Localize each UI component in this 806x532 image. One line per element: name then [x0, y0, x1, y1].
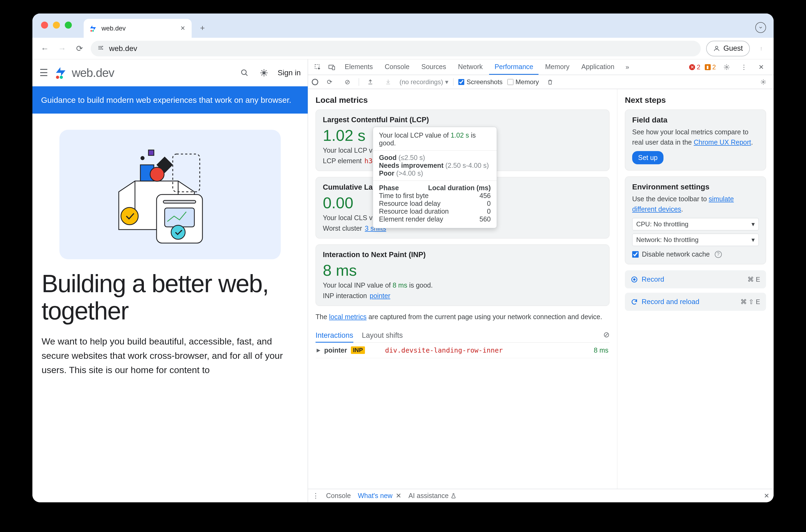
svg-point-3: [101, 47, 102, 48]
clear-icon[interactable]: ⊘: [341, 78, 354, 86]
interaction-time: 8 ms: [594, 346, 608, 354]
page-viewport[interactable]: ☰ web.dev Sign in Guidance: [32, 59, 308, 502]
interactions-tabs: Interactions Layout shifts ⊘: [316, 329, 610, 343]
devtools-tabs: Elements Console Sources Network Perform…: [308, 59, 774, 75]
drawer-tab-console[interactable]: Console: [326, 492, 351, 500]
search-icon[interactable]: [239, 67, 250, 79]
disable-cache-checkbox[interactable]: Disable network cache ?: [632, 250, 759, 258]
svg-point-2: [102, 46, 103, 47]
tab-overflow-button[interactable]: [755, 22, 766, 33]
setup-button[interactable]: Set up: [632, 151, 663, 164]
tab-layout-shifts[interactable]: Layout shifts: [362, 329, 403, 343]
record-action[interactable]: Record ⌘ E: [625, 270, 766, 288]
tab-application[interactable]: Application: [576, 59, 620, 75]
svg-point-9: [262, 71, 266, 75]
lcp-tooltip: Your local LCP value of 1.02 s is good. …: [373, 127, 497, 228]
reload-record-icon[interactable]: ⟳: [323, 78, 336, 86]
field-data-heading: Field data: [632, 116, 759, 125]
recording-select[interactable]: (no recordings) ▾: [399, 78, 448, 86]
close-tab-icon[interactable]: ✕: [180, 25, 185, 32]
download-icon[interactable]: [382, 79, 395, 85]
toolbar-settings-icon[interactable]: [757, 79, 770, 85]
tab-elements[interactable]: Elements: [339, 59, 378, 75]
error-badge[interactable]: ✕2: [689, 63, 700, 71]
tab-sources[interactable]: Sources: [416, 59, 452, 75]
inp-interaction-link[interactable]: pointer: [370, 292, 390, 300]
hero-illustration: [59, 130, 281, 259]
drawer-close-whats-new-icon[interactable]: ✕: [396, 492, 401, 500]
settings-icon[interactable]: [720, 64, 733, 71]
inspect-icon[interactable]: [311, 59, 324, 75]
svg-point-27: [633, 278, 636, 281]
drawer-menu-icon[interactable]: ⋮: [312, 492, 319, 500]
theme-icon[interactable]: [258, 67, 270, 79]
browser-menu-icon[interactable]: ⋮: [755, 43, 767, 55]
site-settings-icon[interactable]: <との>: [98, 44, 104, 53]
signin-link[interactable]: Sign in: [278, 69, 301, 77]
env-settings-card: Environment settings Use the device tool…: [625, 176, 766, 264]
clear-interactions-icon[interactable]: ⊘: [603, 330, 610, 339]
tab-console[interactable]: Console: [379, 59, 415, 75]
device-toolbar-icon[interactable]: [325, 59, 338, 75]
svg-point-14: [171, 225, 185, 239]
crux-link[interactable]: Chrome UX Report: [694, 138, 751, 146]
interaction-node[interactable]: div.devsite-landing-row-inner: [385, 346, 503, 354]
browser-window: web.dev ✕ + ← → ⟳ <との> web.dev Guest ⋮ ☰: [32, 14, 774, 502]
lcp-element-label: LCP element: [323, 157, 362, 165]
devtools-menu-icon[interactable]: ⋮: [737, 63, 750, 71]
record-label: Record: [642, 275, 664, 284]
tab-strip: web.dev ✕ +: [32, 14, 774, 38]
interaction-row[interactable]: ▶ pointer INP div.devsite-landing-row-in…: [316, 343, 610, 358]
record-reload-action[interactable]: Record and reload ⌘ ⇧ E: [625, 293, 766, 311]
close-drawer-icon[interactable]: ✕: [764, 492, 769, 500]
screenshots-checkbox[interactable]: Screenshots: [458, 78, 502, 86]
drawer-tab-ai[interactable]: AI assistance: [408, 492, 456, 500]
svg-rect-23: [332, 66, 335, 70]
close-devtools-icon[interactable]: ✕: [755, 63, 768, 71]
network-select[interactable]: Network: No throttling▾: [632, 234, 759, 246]
tab-network[interactable]: Network: [453, 59, 488, 75]
upload-icon[interactable]: [364, 79, 377, 85]
svg-point-5: [716, 46, 718, 49]
more-tabs-icon[interactable]: »: [621, 59, 634, 75]
reload-button[interactable]: ⟳: [73, 43, 85, 55]
record-icon[interactable]: [312, 79, 318, 85]
metrics-note-link[interactable]: local metrics: [329, 313, 367, 321]
reload-shortcut: ⌘ ⇧ E: [741, 298, 760, 306]
url-text: web.dev: [109, 44, 137, 53]
hero-section: Building a better web, together We want …: [32, 270, 308, 388]
new-tab-button[interactable]: +: [194, 20, 210, 36]
tab-title: web.dev: [101, 24, 126, 32]
local-metrics-title: Local metrics: [316, 95, 610, 105]
omnibox[interactable]: <との> web.dev: [91, 41, 701, 56]
svg-point-4: [102, 49, 103, 50]
brand[interactable]: web.dev: [53, 65, 114, 80]
inp-card: Interaction to Next Paint (INP) 8 ms You…: [316, 244, 610, 306]
gc-icon[interactable]: [544, 79, 557, 85]
forward-button[interactable]: →: [56, 43, 68, 55]
page-title: Building a better web, together: [41, 270, 299, 325]
profile-chip[interactable]: Guest: [706, 41, 750, 56]
menu-icon[interactable]: ☰: [39, 67, 48, 78]
reload-label: Record and reload: [642, 298, 699, 306]
help-icon[interactable]: ?: [715, 251, 722, 258]
memory-checkbox[interactable]: Memory: [507, 78, 539, 86]
field-data-card: Field data See how your local metrics co…: [625, 110, 766, 171]
field-data-body: See how your local metrics compare to re…: [632, 127, 759, 147]
warning-badge[interactable]: ▮2: [705, 63, 716, 71]
browser-tab[interactable]: web.dev ✕: [84, 19, 192, 38]
close-window[interactable]: [41, 22, 48, 28]
cpu-select[interactable]: CPU: No throttling▾: [632, 218, 759, 230]
tab-interactions[interactable]: Interactions: [316, 329, 353, 343]
drawer-tab-whats-new[interactable]: What's new: [358, 492, 392, 500]
expand-icon[interactable]: ▶: [317, 347, 320, 353]
minimize-window[interactable]: [53, 22, 60, 28]
devtools-drawer: ⋮ Console What's new ✕ AI assistance ✕: [308, 489, 774, 502]
guest-label: Guest: [724, 44, 743, 53]
tab-memory[interactable]: Memory: [540, 59, 575, 75]
window-controls: [41, 22, 72, 28]
tab-performance[interactable]: Performance: [489, 59, 539, 75]
back-button[interactable]: ←: [39, 43, 51, 55]
inp-interaction-label: INP interaction: [323, 292, 367, 300]
fullscreen-window[interactable]: [65, 22, 72, 28]
